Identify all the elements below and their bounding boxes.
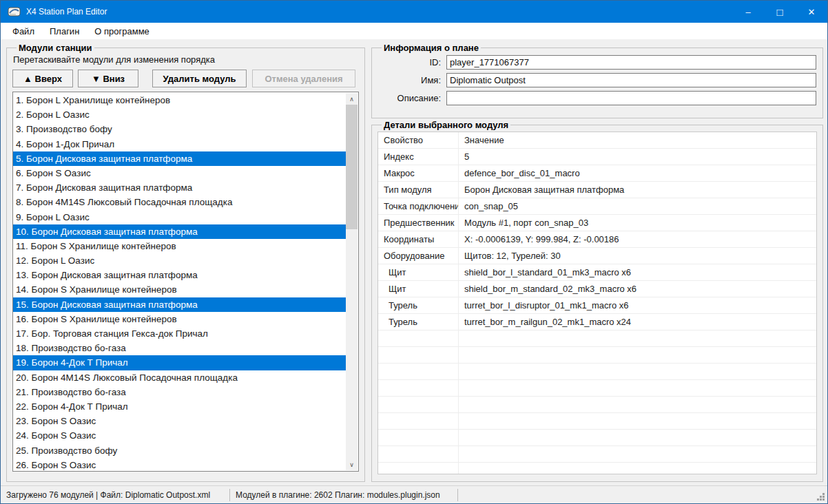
list-item[interactable]: 23. Борон S Оазис (13, 414, 346, 428)
property-cell (378, 446, 458, 462)
list-item[interactable]: 4. Борон 1-Док Причал (13, 137, 346, 151)
menu-item-about[interactable]: О программе (87, 23, 157, 39)
property-cell: Индекс (378, 149, 458, 165)
scrollbar-thumb[interactable] (346, 105, 358, 229)
details-table: СвойствоЗначениеИндекс5Макросdefence_bor… (377, 132, 817, 474)
table-row-empty (378, 330, 816, 347)
value-cell: X: -0.0006139, Y: 999.984, Z: -0.00186 (458, 231, 816, 247)
list-item[interactable]: 17. Бор. Торговая станция Гекса-док Прич… (13, 326, 346, 341)
value-cell: shield_bor_m_standard_02_mk3_macro x6 (458, 281, 816, 297)
delete-module-button[interactable]: Удалить модуль (152, 70, 247, 87)
table-row-empty (378, 446, 816, 463)
plan-description-input[interactable] (446, 91, 816, 105)
list-item[interactable]: 22. Борон 4-Док Т Причал (13, 399, 346, 414)
list-item[interactable]: 1. Борон L Хранилище контейнеров (13, 93, 346, 107)
plan-id-input[interactable] (446, 55, 816, 70)
scroll-up-icon[interactable]: ∧ (346, 93, 358, 105)
table-row[interactable]: Индекс5 (378, 149, 816, 165)
table-row[interactable]: Щитshield_bor_l_standard_01_mk3_macro x6 (378, 264, 816, 281)
table-row[interactable]: Тип модуляБорон Дисковая защитная платфо… (378, 182, 816, 198)
minimize-button[interactable]: – (732, 1, 764, 23)
scroll-down-icon[interactable]: ∨ (346, 459, 358, 470)
list-item[interactable]: 5. Борон Дисковая защитная платформа (13, 151, 346, 166)
property-cell (378, 430, 458, 445)
list-item[interactable]: 11. Борон S Хранилище контейнеров (13, 239, 346, 253)
property-cell: Точка подключения (378, 198, 458, 214)
list-item[interactable]: 24. Борон S Оазис (13, 428, 346, 443)
list-item[interactable]: 16. Борон S Хранилище контейнеров (13, 312, 346, 326)
table-row[interactable]: ОборудованиеЩитов: 12, Турелей: 30 (378, 248, 816, 264)
list-item[interactable]: 9. Борон L Оазис (13, 210, 346, 224)
value-cell (458, 330, 816, 346)
table-row[interactable]: Макросdefence_bor_disc_01_macro (378, 165, 816, 182)
list-item[interactable]: 20. Борон 4M14S Люксовый Посадочная площ… (13, 370, 346, 385)
move-down-button[interactable]: ▼ Вниз (78, 70, 138, 87)
move-up-button[interactable]: ▲ Вверх (12, 70, 73, 87)
module-listbox[interactable]: 1. Борон L Хранилище контейнеров2. Борон… (12, 92, 359, 472)
status-panel: Модулей в плагине: 2602 Плагин: modules.… (230, 490, 457, 500)
table-row-empty (378, 364, 816, 380)
menu-item-plugin[interactable]: Плагин (42, 23, 87, 39)
table-row[interactable]: Точка подключенияcon_snap_05 (378, 198, 816, 215)
status-bar: Загружено 76 модулей | Файл: Diplomatic … (1, 485, 827, 503)
value-cell (458, 397, 816, 412)
module-details-group: Детали выбранного модуля СвойствоЗначени… (371, 120, 823, 482)
window-title: X4 Station Plan Editor (26, 7, 107, 17)
value-cell: turret_bor_m_railgun_02_mk1_macro x24 (458, 314, 816, 330)
list-item[interactable]: 8. Борон 4M14S Люксовый Посадочная площа… (13, 195, 346, 209)
status-separator (457, 489, 458, 501)
plan-id-row: ID: (377, 55, 816, 70)
list-item[interactable]: 6. Борон S Оазис (13, 166, 346, 180)
value-cell (458, 364, 816, 379)
table-row-empty (378, 463, 816, 474)
maximize-button[interactable]: □ (764, 1, 796, 23)
property-cell (378, 413, 458, 429)
resize-grip-icon[interactable] (817, 493, 825, 501)
list-item[interactable]: 7. Борон Дисковая защитная платформа (13, 180, 346, 195)
plan-name-row: Имя: (377, 73, 816, 87)
value-cell (458, 413, 816, 429)
close-button[interactable]: ✕ (796, 1, 827, 23)
module-toolbar: ▲ Вверх▼ ВнизУдалить модульОтмена удален… (12, 70, 359, 87)
list-item[interactable]: 15. Борон Дисковая защитная платформа (13, 297, 346, 312)
list-item[interactable]: 14. Борон S Хранилище контейнеров (13, 282, 346, 297)
list-item[interactable]: 10. Борон Дисковая защитная платформа (13, 224, 346, 239)
app-window: X4 Station Plan Editor –□✕ ФайлПлагинО п… (0, 0, 828, 504)
table-row-empty (378, 413, 816, 430)
table-row[interactable]: СвойствоЗначение (378, 132, 816, 149)
value-cell: Борон Дисковая защитная платформа (458, 182, 816, 198)
table-row-empty (378, 397, 816, 413)
value-cell: Значение (458, 132, 816, 148)
value-cell (458, 347, 816, 363)
list-item[interactable]: 2. Борон L Оазис (13, 107, 346, 122)
table-row[interactable]: Щитshield_bor_m_standard_02_mk3_macro x6 (378, 281, 816, 297)
title-bar: X4 Station Plan Editor –□✕ (1, 1, 827, 23)
list-item[interactable]: 12. Борон L Оазис (13, 253, 346, 268)
property-cell (378, 397, 458, 412)
property-cell: Предшественник (378, 215, 458, 231)
module-details-title: Детали выбранного модуля (382, 120, 510, 130)
list-item[interactable]: 18. Производство бо-газа (13, 341, 346, 355)
value-cell: defence_bor_disc_01_macro (458, 165, 816, 181)
list-item[interactable]: 13. Борон Дисковая защитная платформа (13, 268, 346, 282)
value-cell: 5 (458, 149, 816, 165)
table-row[interactable]: Турельturret_bor_l_disruptor_01_mk1_macr… (378, 297, 816, 314)
list-item[interactable]: 25. Производство бофу (13, 443, 346, 458)
list-item[interactable]: 3. Производство бофу (13, 122, 346, 136)
value-cell (458, 380, 816, 396)
value-cell: Модуль #1, порт con_snap_03 (458, 215, 816, 231)
table-row-empty (378, 430, 816, 446)
list-item[interactable]: 19. Борон 4-Док Т Причал (13, 355, 346, 370)
value-cell (458, 446, 816, 462)
value-cell (458, 430, 816, 445)
table-row[interactable]: Турельturret_bor_m_railgun_02_mk1_macro … (378, 314, 816, 330)
list-item[interactable]: 26. Борон S Оазис (13, 458, 346, 470)
module-list-scrollbar[interactable]: ∧ ∨ (346, 93, 358, 470)
list-item[interactable]: 21. Производство бо-газа (13, 385, 346, 399)
table-row[interactable]: КоординатыX: -0.0006139, Y: 999.984, Z: … (378, 231, 816, 248)
menu-item-file[interactable]: Файл (5, 23, 42, 39)
table-row[interactable]: ПредшественникМодуль #1, порт con_snap_0… (378, 215, 816, 231)
property-cell (378, 364, 458, 379)
plan-name-input[interactable] (446, 73, 816, 87)
value-cell: shield_bor_l_standard_01_mk3_macro x6 (458, 264, 816, 280)
